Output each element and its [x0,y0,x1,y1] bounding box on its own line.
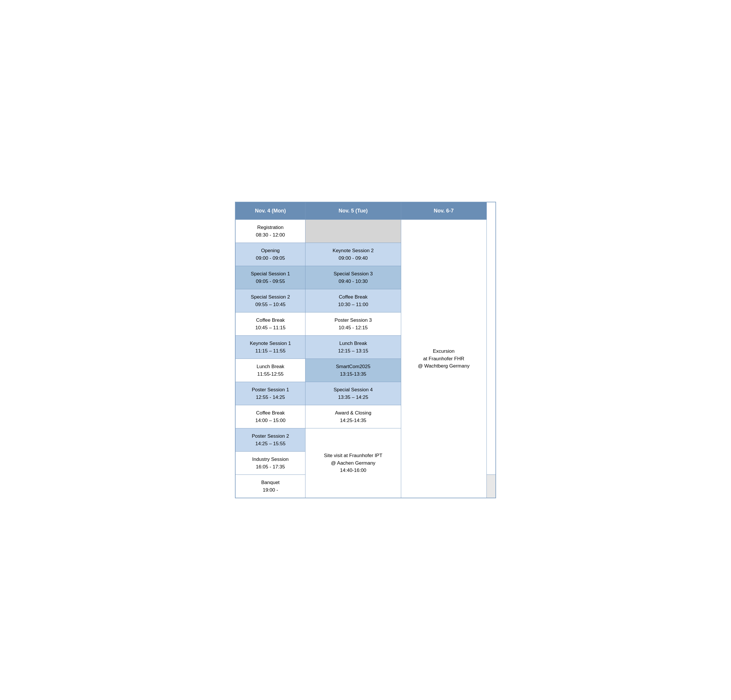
cell-col1-row11: Banquet 19:00 - [235,475,305,498]
cell-col2-row7: Special Session 4 13:35 – 14:25 [305,382,401,405]
cell-col1-row0: Registration 08:30 - 12:00 [235,220,305,243]
cell-col1-row2: Special Session 1 09:05 - 09:55 [235,266,305,289]
header-col3: Nov. 6-7 [401,202,486,220]
header-col1: Nov. 4 (Mon) [235,202,305,220]
cell-col2-row8: Award & Closing 14:25-14:35 [305,405,401,428]
cell-col1-row10: Industry Session 16:05 - 17:35 [235,452,305,475]
cell-col2-row1: Keynote Session 2 09:00 - 09:40 [305,243,401,266]
cell-col1-row8: Coffee Break 14:00 – 15:00 [235,405,305,428]
cell-col1-row3: Special Session 2 09:55 – 10:45 [235,289,305,312]
cell-col1-row7: Poster Session 1 12:55 - 14:25 [235,382,305,405]
cell-col2-row2: Special Session 3 09:40 - 10:30 [305,266,401,289]
cell-col2-row11 [486,475,496,498]
cell-col3-excursion: Excursion at Fraunhofer FHR @ Wachtberg … [401,220,486,498]
cell-col1-row4: Coffee Break 10:45 – 11:15 [235,312,305,336]
cell-col2-row4: Poster Session 3 10:45 - 12:15 [305,312,401,336]
cell-col1-row1: Opening 09:00 - 09:05 [235,243,305,266]
cell-col1-row5: Keynote Session 1 11:15 – 11:55 [235,336,305,359]
schedule-table: Nov. 4 (Mon) Nov. 5 (Tue) Nov. 6-7 Regis… [235,202,496,498]
cell-col2-row6: SmartCom2025 13:15-13:35 [305,359,401,382]
cell-col2-row3: Coffee Break 10:30 – 11:00 [305,289,401,312]
header-col2: Nov. 5 (Tue) [305,202,401,220]
cell-col1-row6: Lunch Break 11:55-12:55 [235,359,305,382]
cell-col2-row5: Lunch Break 12:15 – 13:15 [305,336,401,359]
cell-col2-row0 [305,220,401,243]
cell-col2-row9: Site visit at Fraunhofer IPT @ Aachen Ge… [305,428,401,498]
cell-col1-row9: Poster Session 2 14:25 – 15:55 [235,428,305,452]
